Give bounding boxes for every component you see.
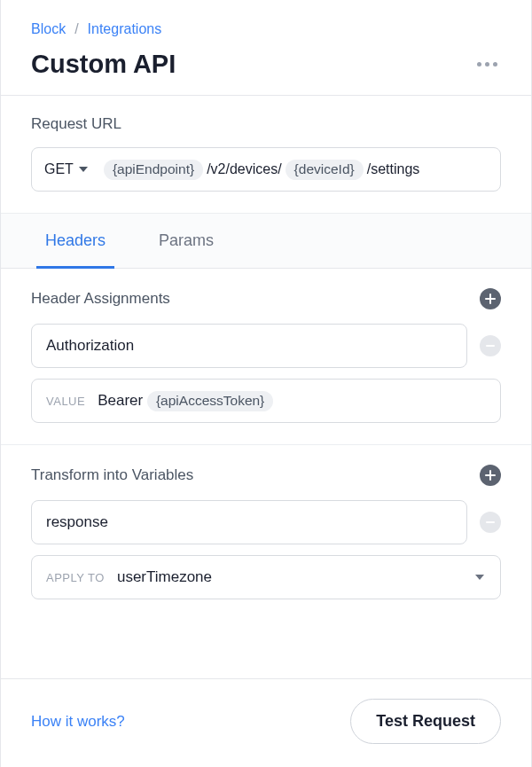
remove-header-button[interactable]: [480, 335, 501, 356]
tab-params[interactable]: Params: [150, 214, 223, 269]
breadcrumb-root[interactable]: Block: [31, 21, 66, 37]
test-request-button[interactable]: Test Request: [350, 699, 501, 744]
apply-to-select[interactable]: APPLY TO userTimezone: [31, 555, 501, 599]
header-assignments-label: Header Assignments: [31, 290, 170, 308]
apply-to-value: userTimezone: [117, 568, 212, 586]
add-header-button[interactable]: [480, 288, 501, 309]
chevron-down-icon: [475, 575, 484, 580]
url-segment: /v2/devices/: [207, 161, 281, 177]
transform-label: Transform into Variables: [31, 466, 193, 484]
how-it-works-link[interactable]: How it works?: [31, 713, 125, 731]
breadcrumb-current[interactable]: Integrations: [88, 21, 162, 37]
apply-to-label: APPLY TO: [46, 571, 105, 584]
url-variable-chip[interactable]: {deviceId}: [286, 160, 364, 180]
header-key-value: Authorization: [46, 337, 134, 355]
request-url-input[interactable]: GET {apiEndpoint} /v2/devices/ {deviceId…: [31, 147, 501, 192]
header-value-label: VALUE: [46, 395, 85, 408]
header-value-prefix: Bearer: [98, 392, 143, 410]
transform-name-value: response: [46, 513, 108, 531]
header-value-variable-chip[interactable]: {apiAccessToken}: [147, 391, 273, 411]
transform-name-input[interactable]: response: [31, 500, 467, 544]
remove-transform-button[interactable]: [480, 512, 501, 533]
breadcrumb-separator: /: [74, 21, 78, 37]
url-segment: /settings: [367, 161, 420, 177]
more-menu-icon[interactable]: [473, 59, 501, 70]
header-key-input[interactable]: Authorization: [31, 324, 467, 368]
chevron-down-icon: [79, 167, 88, 172]
header-value-input[interactable]: VALUE Bearer {apiAccessToken}: [31, 379, 501, 423]
http-method-value: GET: [44, 161, 74, 177]
http-method-select[interactable]: GET: [44, 161, 97, 177]
page-title: Custom API: [31, 50, 176, 79]
breadcrumb: Block / Integrations: [31, 21, 501, 37]
tabs: Headers Params: [1, 214, 531, 269]
url-text[interactable]: {apiEndpoint} /v2/devices/ {deviceId} /s…: [104, 160, 419, 180]
url-variable-chip[interactable]: {apiEndpoint}: [104, 160, 203, 180]
request-url-label: Request URL: [31, 115, 501, 133]
tab-headers[interactable]: Headers: [36, 214, 114, 269]
add-transform-button[interactable]: [480, 465, 501, 486]
